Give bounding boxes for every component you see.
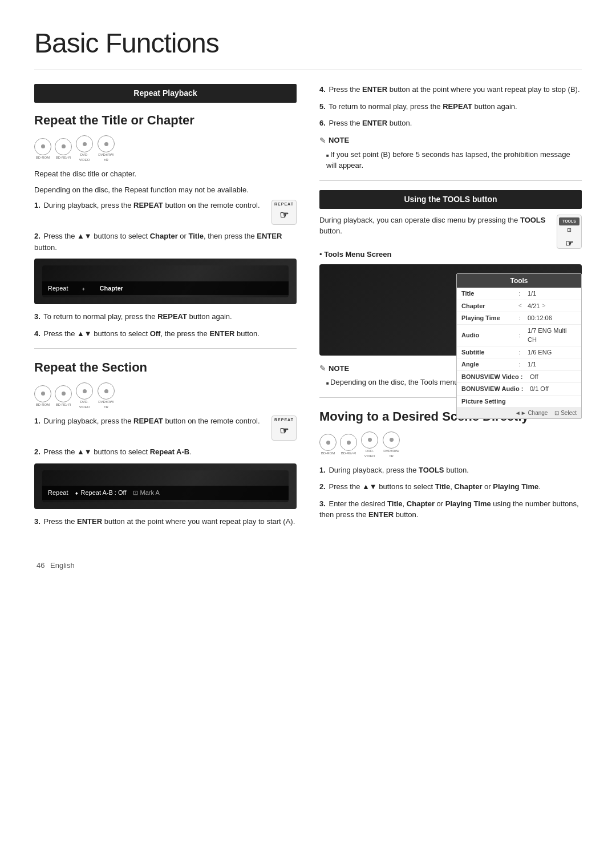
tools-menu-key-subtitle: Subtitle: [461, 348, 518, 357]
hand-icon: ☞: [279, 208, 289, 223]
step-num-1: 1.: [34, 201, 40, 209]
disc-badge3-dvdrw: [383, 431, 400, 449]
tools-menu-val-subtitle: 1/6 ENG: [528, 348, 552, 357]
tools-menu-sep-angle: :: [518, 360, 528, 369]
step-num-c6: 6.: [319, 119, 326, 127]
tools-menu-row-title: Title : 1/1: [457, 288, 581, 300]
step-3-repeat-title: 3. To return to normal play, press the R…: [34, 311, 297, 322]
disc-badge3-dvdvideo: [361, 431, 378, 449]
disc-badge-dvdvideo: [76, 135, 93, 152]
step-num-c5: 5.: [319, 102, 326, 111]
disc-label3-bdrom: BD-ROM: [321, 451, 335, 456]
tools-bg-image: Tools Title : 1/1 Chapter < 4/21 > Playi…: [319, 264, 582, 356]
screen-ab-mark: ⊡ Mark A: [133, 488, 159, 498]
step-2-moving: 2. Press the ▲▼ buttons to select Title,…: [319, 481, 582, 493]
disc-label2-dvdrw: DVD±RW/±R: [97, 400, 115, 410]
disc-badge2-bdrom: [34, 385, 51, 402]
section-title-repeat-title-chapter: Repeat the Title or Chapter: [34, 111, 297, 130]
step-m2-text: Press the ▲▼ buttons to select Title, Ch…: [329, 482, 540, 491]
step-3-moving: 3. Enter the desired Title, Chapter or P…: [319, 498, 582, 521]
tools-menu-table: Tools Title : 1/1 Chapter < 4/21 > Playi…: [456, 273, 582, 419]
disc-badge3-bdrom: [319, 434, 337, 451]
step-c5-text: To return to normal play, press the REPE…: [329, 102, 517, 111]
disc-badge2-dvdrw: [98, 382, 115, 400]
step-m3-text: Enter the desired Title, Chapter or Play…: [319, 499, 579, 519]
tools-banner: Using the TOOLS button: [319, 190, 582, 209]
tools-menu-key-chapter: Chapter: [461, 301, 518, 311]
section-title-repeat-section: Repeat the Section: [34, 358, 297, 377]
page-number: 46 English: [34, 555, 582, 572]
step-1-text: During playback, press the REPEAT button…: [43, 201, 260, 209]
tools-menu-val-title: 1/1: [528, 289, 536, 299]
step-2-text: Press the ▲▼ buttons to select Chapter o…: [34, 232, 282, 252]
disc-badge2-bdrer: [55, 385, 72, 402]
disc-item3-dvdrw: DVD±RW/±R: [382, 431, 400, 459]
tools-menu-key-title: Title: [461, 289, 518, 299]
tools-menu-key-audio: Audio: [461, 330, 518, 340]
disc-label2-bdrer: BD-RE/-R: [56, 402, 71, 408]
tools-menu-arrow-right: >: [542, 301, 545, 310]
step-5-cont: 5. To return to normal play, press the R…: [319, 101, 582, 112]
disc-item3-bdrer: BD-RE/-R: [340, 434, 357, 456]
note-header-1: ✎ NOTE: [319, 135, 582, 147]
screen-repeat-ab: Repeat ⬧ Repeat A-B : Off ⊡ Mark A: [34, 463, 297, 509]
note-section-1: ✎ NOTE If you set point (B) before 5 sec…: [319, 135, 582, 171]
tools-menu-sep-chapter: <: [518, 301, 528, 310]
disc-item3-dvdvideo: DVD-VIDEO: [360, 431, 379, 459]
step-2-repeat-title: 2. Press the ▲▼ buttons to select Chapte…: [34, 231, 297, 253]
repeat-playback-banner: Repeat Playback: [34, 84, 297, 103]
note-item-1: If you set point (B) before 5 seconds ha…: [326, 149, 582, 171]
tools-btn-icon: ⊡: [567, 227, 572, 235]
step-4-cont: 4. Press the ENTER button at the point w…: [319, 84, 582, 95]
step-num-m2: 2.: [319, 482, 326, 491]
disc-label-dvdvideo: DVD-VIDEO: [75, 152, 94, 163]
step-2-repeat-section: 2. Press the ▲▼ buttons to select Repeat…: [34, 446, 297, 458]
note-label-2: NOTE: [329, 363, 349, 374]
tools-menu-sep-playtime: :: [518, 313, 528, 323]
hand-icon-2: ☞: [279, 423, 289, 439]
step-s3-text: Press the ENTER button at the point wher…: [43, 517, 295, 526]
disc-icons-row-2: BD-ROM BD-RE/-R DVD-VIDEO DVD±RW/±R: [34, 382, 297, 410]
disc-label3-dvdvideo: DVD-VIDEO: [360, 449, 379, 459]
step-num-2: 2.: [34, 232, 40, 240]
tools-menu-sep-audio: :: [518, 330, 528, 340]
step-1-repeat-title: REPEAT ☞ 1. During playback, press the R…: [34, 200, 297, 225]
left-column: Repeat Playback Repeat the Title or Chap…: [34, 84, 297, 533]
step-3-repeat-section: 3. Press the ENTER button at the point w…: [34, 516, 297, 527]
step-num-m1: 1.: [319, 466, 326, 474]
screen-repeat-chapter: Repeat ⬧ Chapter: [34, 259, 297, 304]
disc-item-dvdvideo: DVD-VIDEO: [75, 135, 94, 163]
tools-menu-row-picsetting: Picture Setting: [457, 396, 581, 408]
note-label-1: NOTE: [329, 135, 349, 146]
tools-menu-val-audio: 1/7 ENG Multi CH: [528, 326, 577, 345]
step-4-repeat-title: 4. Press the ▲▼ buttons to select Off, t…: [34, 328, 297, 340]
step-1-repeat-section: REPEAT ☞ 1. During playback, press the R…: [34, 416, 297, 441]
tools-menu-val-angle: 1/1: [528, 360, 536, 369]
disc-item3-bdrom: BD-ROM: [319, 434, 337, 456]
tools-btn-label: TOOLS: [559, 217, 579, 226]
step-c4-text: Press the ENTER button at the point wher…: [329, 85, 579, 94]
tools-menu-sep-title: :: [518, 289, 528, 299]
step-num-m3: 3.: [319, 499, 326, 508]
tools-intro-wrap: TOOLS ⊡ ☞ During playback, you can opera…: [319, 215, 582, 249]
tools-menu-key-angle: Angle: [461, 360, 518, 369]
tools-intro-text: During playback, you can operate disc me…: [319, 215, 582, 237]
screen-repeat-divider: ⬧: [82, 284, 86, 293]
step-num-s2: 2.: [34, 447, 40, 456]
disc-item2-dvdrw: DVD±RW/±R: [97, 382, 115, 410]
section-divider-1: [34, 348, 297, 349]
intro-text-1: Repeat the disc title or chapter.: [34, 168, 297, 180]
note-list-1: If you set point (B) before 5 seconds ha…: [319, 149, 582, 171]
disc-item-dvdrw: DVD±RW/±R: [97, 135, 115, 163]
disc-label-bdrer: BD-RE/-R: [56, 155, 71, 160]
tools-footer-change: ◄► Change: [515, 409, 548, 417]
tools-menu-key-bvaudio: BONUSVIEW Audio :: [461, 384, 530, 394]
section-divider-right: [319, 180, 582, 181]
disc-label-bdrom: BD-ROM: [36, 155, 50, 160]
tools-menu-row-angle: Angle : 1/1: [457, 358, 581, 371]
tools-menu-row-audio: Audio : 1/7 ENG Multi CH: [457, 325, 581, 346]
disc-item2-bdrom: BD-ROM: [34, 385, 51, 408]
tools-menu-row-chapter: Chapter < 4/21 >: [457, 300, 581, 313]
step-4-text: Press the ▲▼ buttons to select Off, the …: [43, 329, 259, 338]
tools-menu-val-playtime: 00:12:06: [528, 313, 552, 323]
